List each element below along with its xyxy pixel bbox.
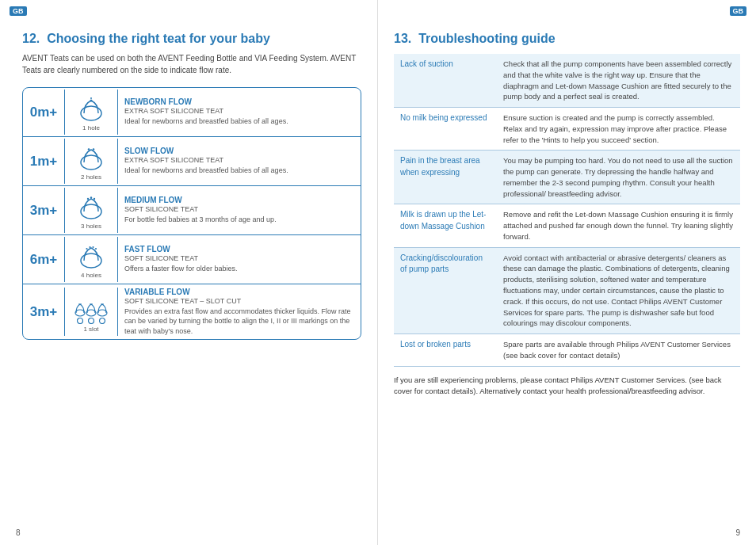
teat-desc-0m: NEWBORN FLOW EXTRA SOFT SILICONE TEATIde… [118, 94, 361, 129]
svg-point-19 [97, 310, 107, 316]
svg-point-17 [86, 310, 96, 316]
teat-row-0m: 0m+ 1 hole NEWBORN FLOW EXTRA SOFT SILIC… [23, 88, 361, 137]
teat-row-3m-medium: 3m+ 3 holes MEDIUM FLOW SOFT SILICONE TE… [23, 186, 361, 235]
teat-age-6m: 6m+ [23, 249, 64, 271]
left-section-title: 12. Choosing the right teat for your bab… [22, 32, 361, 46]
trouble-row: No milk being expressedEnsure suction is… [394, 108, 740, 151]
svg-point-1 [90, 100, 93, 102]
trouble-issue: No milk being expressed [394, 108, 497, 151]
teat-age-3m-variable: 3m+ [23, 301, 64, 323]
trouble-table: Lack of suctionCheck that all the pump c… [394, 54, 740, 367]
right-page: GB 13. Troubleshooting guide Lack of suc… [378, 0, 756, 545]
page-number-right: 9 [735, 528, 740, 537]
teat-desc-1m: SLOW FLOW EXTRA SOFT SILICONE TEATIdeal … [118, 143, 361, 178]
svg-point-14 [95, 248, 97, 250]
gb-badge-left: GB [10, 6, 27, 16]
trouble-row: Cracking/discolouration of pump partsAvo… [394, 247, 740, 333]
trouble-solution: Ensure suction is created and the pump i… [497, 108, 740, 151]
trouble-solution: Avoid contact with antibacterial or abra… [497, 247, 740, 333]
teat-row-1m: 1m+ 2 holes SLOW FLOW EXTRA SOFT SILICON… [23, 137, 361, 186]
trouble-solution: Check that all the pump components have … [497, 54, 740, 108]
teat-age-1m: 1m+ [23, 151, 64, 173]
teat-holes-6m: 4 holes [67, 272, 116, 279]
svg-point-4 [88, 148, 90, 151]
trouble-row: Milk is drawn up the Let-down Massage Cu… [394, 204, 740, 247]
trouble-issue: Lack of suction [394, 54, 497, 108]
page-container: GB 12. Choosing the right teat for your … [0, 0, 756, 545]
svg-point-7 [87, 198, 89, 200]
svg-point-13 [92, 246, 94, 248]
teat-icon-6m: 4 holes [64, 237, 118, 282]
svg-point-22 [89, 318, 94, 324]
trouble-solution: Remove and refit the Let-down Massage Cu… [497, 204, 740, 247]
svg-point-2 [90, 97, 92, 99]
trouble-row: Lost or broken partsSpare parts are avai… [394, 334, 740, 367]
teat-holes-1m: 2 holes [67, 173, 116, 181]
teat-row-6m: 6m+ 4 holes FAST FLOW SOFT SILICONE TEAT… [23, 235, 361, 284]
trouble-issue: Cracking/discolouration of pump parts [394, 247, 497, 333]
teat-icon-3m-variable: 1 slot [64, 288, 118, 336]
teat-icon-0m: 1 hole [64, 90, 118, 135]
teat-icon-3m-medium: 3 holes [64, 188, 118, 233]
teat-row-3m-variable: 3m+ [23, 284, 361, 339]
page-number-left: 8 [16, 528, 21, 537]
svg-point-8 [90, 196, 92, 198]
teat-desc-3m-variable: VARIABLE FLOW SOFT SILICONE TEAT – SLOT … [118, 284, 361, 339]
teat-desc-3m-medium: MEDIUM FLOW SOFT SILICONE TEATFor bottle… [118, 192, 361, 227]
svg-point-21 [78, 318, 83, 324]
svg-point-9 [94, 198, 95, 200]
trouble-issue: Lost or broken parts [394, 334, 497, 367]
teat-table: 0m+ 1 hole NEWBORN FLOW EXTRA SOFT SILIC… [22, 87, 361, 340]
teat-icon-1m: 2 holes [64, 139, 118, 184]
teat-age-3m-medium: 3m+ [23, 200, 64, 222]
gb-badge-right: GB [730, 6, 747, 16]
left-page: GB 12. Choosing the right teat for your … [0, 0, 378, 545]
left-intro: AVENT Teats can be used on both the AVEN… [22, 52, 361, 76]
trouble-solution: Spare parts are available through Philip… [497, 334, 740, 367]
right-footer: If you are still experiencing problems, … [394, 375, 740, 398]
teat-holes-3m-medium: 3 holes [67, 223, 116, 230]
right-section-title: 13. Troubleshooting guide [394, 32, 740, 46]
trouble-issue: Pain in the breast area when expressing [394, 151, 497, 204]
teat-desc-6m: FAST FLOW SOFT SILICONE TEATOffers a fas… [118, 242, 361, 276]
svg-point-12 [89, 246, 90, 248]
trouble-issue: Milk is drawn up the Let-down Massage Cu… [394, 204, 497, 247]
trouble-row: Lack of suctionCheck that all the pump c… [394, 54, 740, 108]
teat-holes-0m: 1 hole [67, 124, 116, 131]
svg-point-11 [86, 248, 87, 250]
svg-point-15 [75, 310, 85, 316]
trouble-row: Pain in the breast area when expressingY… [394, 151, 740, 204]
svg-point-23 [100, 318, 105, 324]
teat-age-0m: 0m+ [23, 101, 64, 124]
trouble-solution: You may be pumping too hard. You do not … [497, 151, 740, 204]
teat-holes-3m-variable: 1 slot [67, 326, 116, 333]
svg-point-5 [93, 148, 95, 151]
